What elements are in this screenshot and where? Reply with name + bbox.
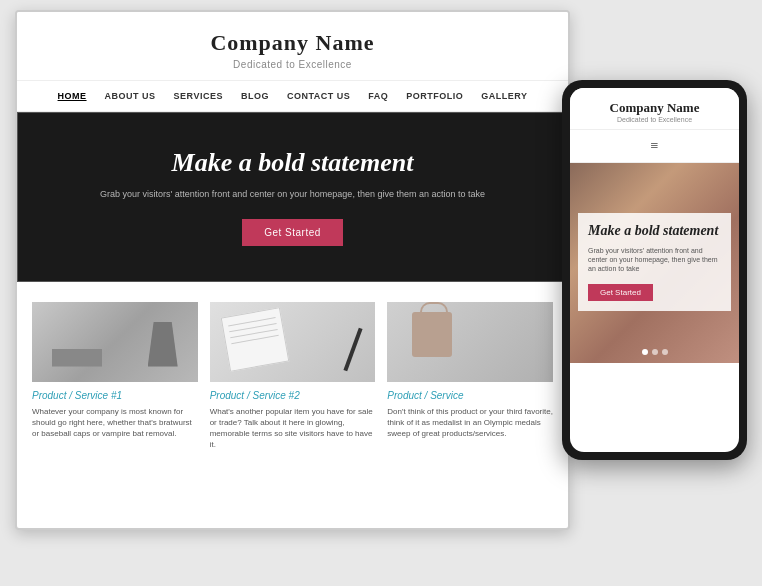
product-card-3: Product / Service Don't think of this pr… xyxy=(387,302,553,451)
mobile-hero-subtitle: Grab your visitors' attention front and … xyxy=(588,246,721,273)
product-image-3 xyxy=(387,302,553,382)
nav-item-home[interactable]: HOME xyxy=(58,91,87,101)
dot-1 xyxy=(642,349,648,355)
mobile-mockup: Company Name Dedicated to Excellence ≡ M… xyxy=(562,80,747,460)
desktop-products: Product / Service #1 Whatever your compa… xyxy=(17,282,568,471)
nav-item-about[interactable]: ABOUT US xyxy=(105,91,156,101)
hero-subtitle: Grab your visitors' attention front and … xyxy=(93,188,493,201)
pen-illustration xyxy=(344,327,363,371)
nav-item-blog[interactable]: BLOG xyxy=(241,91,269,101)
product-title-1: Product / Service #1 xyxy=(32,390,198,401)
mobile-hero-title: Make a bold statement xyxy=(588,223,721,240)
desktop-tagline: Dedicated to Excellence xyxy=(37,59,548,70)
mobile-hamburger-menu[interactable]: ≡ xyxy=(570,130,739,163)
nav-item-portfolio[interactable]: PORTFOLIO xyxy=(406,91,463,101)
mobile-screen: Company Name Dedicated to Excellence ≡ M… xyxy=(570,88,739,452)
mobile-hero-get-started-button[interactable]: Get Started xyxy=(588,284,653,301)
nav-item-services[interactable]: SERVICES xyxy=(174,91,223,101)
hamburger-icon: ≡ xyxy=(651,138,659,153)
desktop-mockup: Company Name Dedicated to Excellence HOM… xyxy=(15,10,570,530)
product-image-2 xyxy=(210,302,376,382)
dot-2 xyxy=(652,349,658,355)
product-desc-1: Whatever your company is most known for … xyxy=(32,406,198,440)
desktop-nav: HOME ABOUT US SERVICES BLOG CONTACT US F… xyxy=(17,81,568,112)
product-desc-3: Don't think of this product or your thir… xyxy=(387,406,553,440)
nav-item-faq[interactable]: FAQ xyxy=(368,91,388,101)
mobile-header: Company Name Dedicated to Excellence xyxy=(570,88,739,130)
dot-3 xyxy=(662,349,668,355)
product-card-1: Product / Service #1 Whatever your compa… xyxy=(32,302,198,451)
hero-get-started-button[interactable]: Get Started xyxy=(242,219,343,246)
mobile-hero-overlay: Make a bold statement Grab your visitors… xyxy=(578,213,731,311)
product-image-1 xyxy=(32,302,198,382)
nav-item-contact[interactable]: CONTACT US xyxy=(287,91,350,101)
mobile-tagline: Dedicated to Excellence xyxy=(580,116,729,123)
hero-title: Make a bold statement xyxy=(38,148,547,178)
nav-item-gallery[interactable]: GALLERY xyxy=(481,91,527,101)
mobile-company-name: Company Name xyxy=(580,100,729,116)
product-title-3: Product / Service xyxy=(387,390,553,401)
bag-illustration xyxy=(412,312,452,357)
product-desc-2: What's another popular item you have for… xyxy=(210,406,376,451)
product-card-2: Product / Service #2 What's another popu… xyxy=(210,302,376,451)
desktop-hero: Make a bold statement Grab your visitors… xyxy=(17,112,568,282)
mobile-hero: Make a bold statement Grab your visitors… xyxy=(570,163,739,363)
product-title-2: Product / Service #2 xyxy=(210,390,376,401)
desktop-company-name: Company Name xyxy=(37,30,548,56)
desktop-header: Company Name Dedicated to Excellence xyxy=(17,12,568,81)
notebook-illustration xyxy=(220,307,289,372)
mobile-dot-indicator xyxy=(642,349,668,355)
